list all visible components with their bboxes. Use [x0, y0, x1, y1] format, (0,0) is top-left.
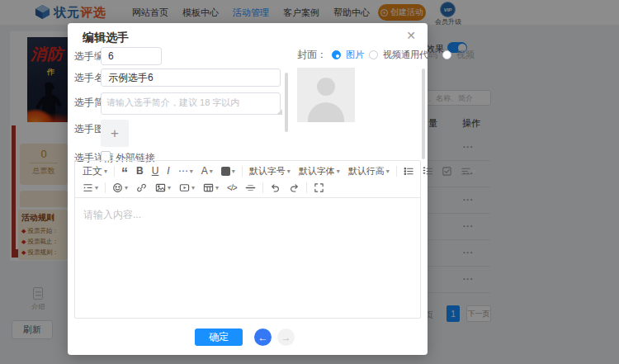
edit-contestant-modal: 编辑选手 ✕ 选手编号 选手名称 选手简介 选手图片 + 选手详情 外部链接 封…: [68, 23, 428, 355]
cover-radio-video[interactable]: [442, 50, 451, 59]
font-color-dropdown[interactable]: A▾: [197, 163, 217, 178]
cover-radio-video-code-label[interactable]: 视频通用代码: [383, 49, 437, 61]
arrow-left-icon: ←: [258, 332, 268, 343]
align-icon: [461, 166, 471, 177]
todo-list-button[interactable]: [437, 163, 456, 178]
line-height-dropdown[interactable]: 默认行高▾: [344, 163, 394, 178]
emoji-icon: [112, 182, 123, 193]
redo-button[interactable]: [285, 180, 304, 195]
undo-button[interactable]: [266, 180, 285, 195]
plus-icon: +: [111, 125, 119, 142]
number-input[interactable]: [101, 47, 162, 65]
editor-placeholder: 请输入内容...: [83, 208, 141, 222]
image-icon: [155, 182, 166, 193]
fullscreen-icon: [314, 182, 324, 193]
video-dropdown[interactable]: ▾: [175, 180, 199, 195]
fullscreen-button[interactable]: [310, 180, 328, 195]
cover-radio-image-label[interactable]: 图片: [346, 49, 364, 61]
avatar-head-shape: [317, 78, 335, 96]
avatar-body-shape: [308, 102, 344, 122]
bg-color-dropdown[interactable]: ▾: [217, 163, 239, 178]
editor-toolbar-row-2: ▾ ▾ ▾ ▾ ▾ </>: [75, 179, 420, 196]
font-family-dropdown[interactable]: 默认字体▾: [295, 163, 344, 178]
todo-checkbox-icon: [442, 166, 452, 177]
cover-avatar-placeholder[interactable]: [297, 68, 355, 122]
emoji-dropdown[interactable]: ▾: [108, 180, 132, 195]
next-contestant-button[interactable]: →: [277, 329, 295, 346]
link-icon: [136, 182, 147, 193]
name-input[interactable]: [101, 69, 281, 87]
indent-icon: [83, 182, 93, 193]
cover-options-row: 封面： 图片 视频通用代码 视频: [297, 48, 475, 62]
previous-contestant-button[interactable]: ←: [254, 329, 272, 346]
align-dropdown[interactable]: ▾: [456, 163, 480, 178]
divider-icon: [245, 182, 256, 193]
bullet-list-button[interactable]: [399, 163, 418, 178]
bold-button[interactable]: B: [132, 163, 148, 178]
confirm-button[interactable]: 确定: [195, 329, 243, 346]
editor-content-area[interactable]: 请输入内容...: [75, 198, 420, 322]
cover-label: 封面：: [297, 48, 327, 62]
link-button[interactable]: [132, 180, 151, 195]
arrow-right-icon: →: [281, 332, 291, 343]
italic-button[interactable]: I: [163, 163, 173, 178]
code-button[interactable]: </>: [223, 180, 240, 195]
table-dropdown[interactable]: ▾: [199, 180, 223, 195]
color-swatch-icon: [221, 167, 230, 176]
cover-radio-image[interactable]: [332, 50, 341, 59]
rich-text-editor: 正文▾ “ B U I ⋯▾ A▾ ▾ 默认字号▾ 默认字体▾ 默认行高▾: [74, 160, 421, 319]
bullet-list-icon: [404, 166, 414, 177]
column-scrollbar[interactable]: [285, 73, 288, 132]
image-upload-button[interactable]: +: [101, 120, 129, 147]
editor-toolbar-row-1: 正文▾ “ B U I ⋯▾ A▾ ▾ 默认字号▾ 默认字体▾ 默认行高▾: [75, 163, 420, 179]
underline-button[interactable]: U: [148, 163, 163, 178]
redo-icon: [289, 182, 300, 193]
modal-scrollbar[interactable]: [422, 69, 425, 159]
blockquote-button[interactable]: “: [117, 163, 132, 178]
divider-button[interactable]: [241, 180, 260, 195]
textarea-resize-handle[interactable]: [276, 109, 282, 115]
intro-textarea[interactable]: [101, 92, 281, 115]
image-dropdown[interactable]: ▾: [151, 180, 175, 195]
numbered-list-icon: [423, 166, 433, 177]
modal-title: 编辑选手: [83, 31, 129, 45]
cover-radio-video-code[interactable]: [369, 50, 378, 59]
numbered-list-button[interactable]: [418, 163, 437, 178]
more-styles-dropdown[interactable]: ⋯▾: [174, 163, 197, 178]
video-icon: [179, 182, 190, 193]
undo-icon: [270, 182, 281, 193]
font-size-dropdown[interactable]: 默认字号▾: [245, 163, 295, 178]
app-frame: 状元评选 网站首页 模板中心 活动管理 客户案例 帮助中心 + 创建活动 VIP…: [0, 0, 619, 364]
close-icon[interactable]: ✕: [406, 29, 416, 42]
indent-dropdown[interactable]: ▾: [78, 180, 102, 195]
table-icon: [203, 182, 214, 193]
cover-radio-video-label[interactable]: 视频: [456, 49, 475, 61]
paragraph-style-dropdown[interactable]: 正文▾: [78, 163, 111, 178]
